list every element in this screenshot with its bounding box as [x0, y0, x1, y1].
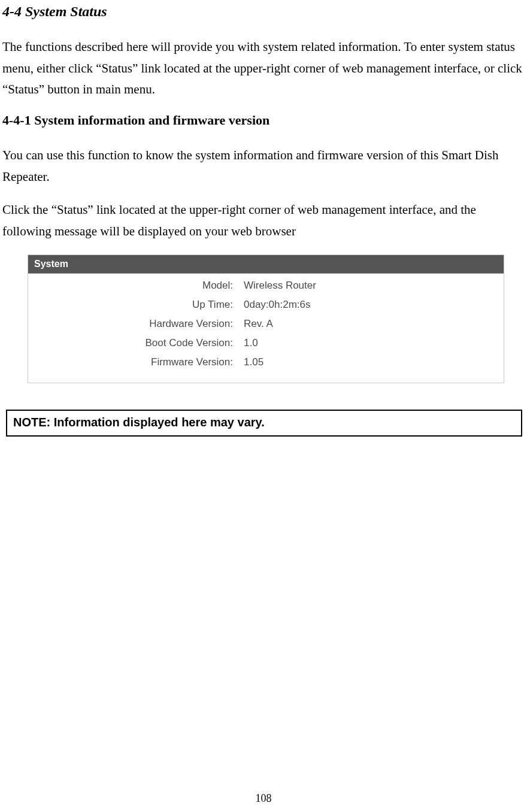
value-hardware: Rev. A: [244, 318, 273, 330]
system-row-model: Model: Wireless Router: [28, 276, 504, 295]
label-bootcode: Boot Code Version:: [28, 337, 244, 349]
label-model: Model:: [28, 280, 244, 292]
system-panel-header: System: [28, 255, 504, 274]
label-uptime: Up Time:: [28, 299, 244, 311]
label-firmware: Firmware Version:: [28, 356, 244, 368]
label-hardware: Hardware Version:: [28, 318, 244, 330]
system-row-firmware: Firmware Version: 1.05: [28, 353, 504, 372]
system-row-bootcode: Boot Code Version: 1.0: [28, 334, 504, 353]
paragraph-3: Click the “Status” link located at the u…: [2, 199, 525, 242]
note-box: NOTE: Information displayed here may var…: [6, 410, 522, 437]
system-row-uptime: Up Time: 0day:0h:2m:6s: [28, 295, 504, 314]
system-panel-body: Model: Wireless Router Up Time: 0day:0h:…: [28, 274, 504, 383]
value-model: Wireless Router: [244, 280, 316, 292]
paragraph-intro: The functions described here will provid…: [2, 37, 525, 101]
system-status-screenshot: System Model: Wireless Router Up Time: 0…: [28, 254, 504, 383]
value-uptime: 0day:0h:2m:6s: [244, 299, 311, 311]
subsection-title: 4-4-1 System information and firmware ve…: [2, 113, 525, 128]
system-row-hardware: Hardware Version: Rev. A: [28, 314, 504, 334]
value-firmware: 1.05: [244, 356, 264, 368]
value-bootcode: 1.0: [244, 337, 258, 349]
paragraph-2: You can use this function to know the sy…: [2, 145, 525, 187]
page-number: 108: [0, 792, 527, 805]
section-title: 4-4 System Status: [2, 4, 525, 20]
